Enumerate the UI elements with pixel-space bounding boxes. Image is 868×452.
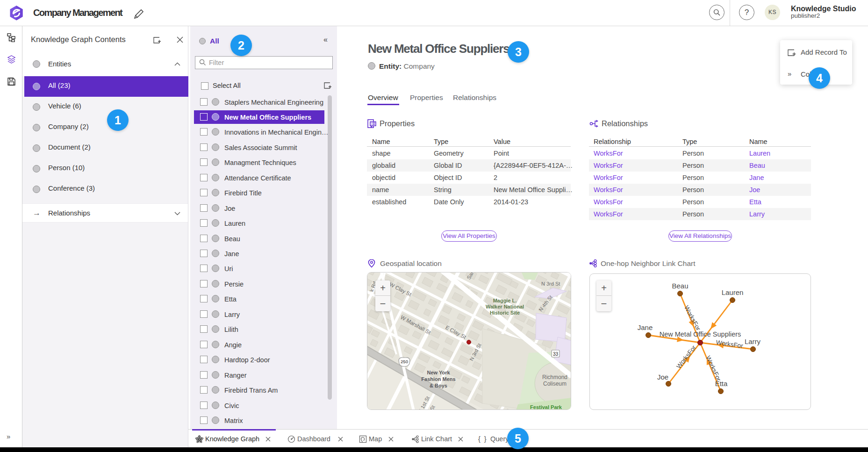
svg-text:Jane: Jane	[638, 323, 653, 331]
svg-text:Historic Site: Historic Site	[490, 310, 520, 316]
svg-text:Fashion Mens: Fashion Mens	[421, 376, 455, 382]
svg-text:WorksFor: WorksFor	[675, 344, 697, 370]
svg-text:Festival Park: Festival Park	[530, 404, 562, 410]
svg-text:WorksFor: WorksFor	[704, 355, 722, 383]
svg-text:WorksFor: WorksFor	[683, 304, 702, 332]
svg-text:& Boys: & Boys	[430, 383, 447, 388]
svg-text:Coliseum: Coliseum	[543, 380, 567, 387]
svg-text:New York: New York	[427, 370, 450, 375]
svg-text:250: 250	[401, 359, 408, 364]
svg-text:WorksFor: WorksFor	[716, 339, 744, 350]
svg-text:N 3rd St: N 3rd St	[541, 281, 560, 287]
svg-text:Maggie L.: Maggie L.	[493, 298, 517, 303]
svg-text:New Metal Office Suppliers: New Metal Office Suppliers	[660, 330, 741, 338]
svg-text:Lauren: Lauren	[722, 288, 744, 296]
svg-text:Walker National: Walker National	[486, 304, 524, 309]
svg-text:Larry: Larry	[745, 337, 761, 345]
svg-text:Richmond: Richmond	[542, 374, 567, 380]
svg-text:33: 33	[553, 352, 559, 357]
svg-text:Joe: Joe	[657, 373, 668, 381]
svg-text:Beau: Beau	[672, 282, 688, 290]
